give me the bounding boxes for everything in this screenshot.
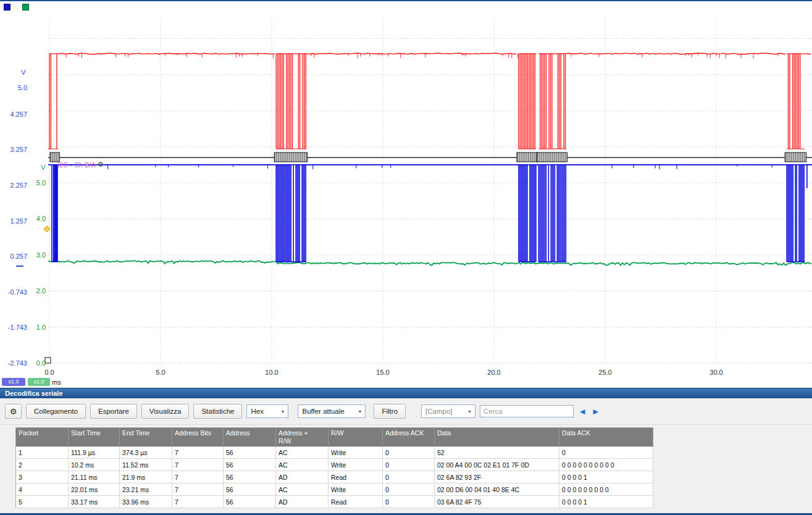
column-header[interactable]: R/W (329, 428, 383, 446)
buffer-dropdown[interactable]: Buffer attuale ▼ (298, 404, 366, 418)
column-header[interactable]: Start Time (69, 428, 120, 446)
table-cell: 21.11 ms (69, 471, 120, 484)
next-result-button[interactable]: ▶ (592, 408, 600, 416)
channel-a-indicator[interactable] (4, 4, 10, 10)
table-cell: AC (276, 459, 329, 471)
table-cell: AC (276, 484, 329, 496)
svg-text:4.0: 4.0 (36, 215, 46, 222)
svg-text:-0.743: -0.743 (8, 288, 27, 296)
table-row[interactable]: 321.11 ms21.9 ms756ADRead002 6A 82 93 2F… (16, 471, 653, 484)
statistics-button[interactable]: Statistiche (193, 404, 242, 419)
table-cell: 111.9 µs (69, 446, 120, 459)
svg-text:2.0: 2.0 (36, 287, 46, 295)
table-cell: 0 (383, 446, 435, 459)
decode-table-area: PacketStart TimeEnd TimeAddress BitsAddr… (0, 425, 812, 508)
decoded-packet-block[interactable] (517, 153, 538, 162)
grid (48, 19, 812, 363)
svg-text:-2.743: -2.743 (8, 359, 27, 367)
table-cell: 0 (383, 496, 435, 508)
table-cell: 1 (16, 446, 69, 459)
svg-text:20.0: 20.0 (487, 369, 500, 376)
zoom-badge-blue[interactable]: x1.0 (2, 378, 25, 386)
svg-text:5.0: 5.0 (156, 369, 165, 376)
column-header[interactable]: Address (224, 428, 276, 446)
decoded-packet-block[interactable] (785, 153, 806, 162)
decode-trace-label[interactable]: I2C - Ch B/A ⚙ (57, 161, 104, 169)
table-row[interactable]: 210.2 ms11.52 ms756ACWrite002 00 A4 00 0… (16, 459, 653, 471)
table-cell: 0 (383, 459, 435, 471)
serial-decode-panel: Decodifica seriale ⚙ Collegamento Esport… (0, 388, 812, 515)
svg-text:25.0: 25.0 (598, 369, 611, 376)
channel-b-indicator[interactable] (22, 4, 29, 10)
prev-result-button[interactable]: ◀ (578, 408, 587, 416)
column-header[interactable]: Data (435, 428, 559, 446)
packet-table[interactable]: PacketStart TimeEnd TimeAddress BitsAddr… (15, 427, 653, 508)
zoom-badge-green[interactable]: x1.0 (28, 378, 50, 386)
table-cell: Read (329, 471, 383, 484)
field-dropdown-value: [Campo] (425, 408, 452, 415)
table-row[interactable]: 422.01 ms23.21 ms756ACWrite002 00 D6 00 … (16, 484, 653, 496)
origin-handle[interactable] (45, 358, 51, 363)
table-cell: AD (276, 496, 329, 508)
svg-text:V: V (21, 69, 26, 76)
decode-trace-label-text: I2C - Ch B/A (57, 161, 96, 169)
panel-titlebar[interactable]: Decodifica seriale (0, 388, 812, 398)
table-cell: 7 (172, 471, 224, 484)
export-button[interactable]: Esportare (90, 404, 137, 419)
table-cell: 0 (383, 471, 435, 484)
svg-text:30.0: 30.0 (709, 369, 722, 376)
field-dropdown[interactable]: [Campo] ▼ (421, 404, 475, 418)
table-cell: 33.17 ms (69, 496, 120, 508)
column-header[interactable]: Packet (16, 428, 69, 446)
table-cell: 0 0 0 0 0 0 0 0 0 0 (559, 459, 653, 471)
chevron-down-icon: ▼ (358, 409, 362, 414)
decoded-packet-block[interactable] (274, 153, 308, 162)
column-header[interactable]: Address ACK (383, 428, 435, 446)
decode-settings-icon[interactable]: ⚙ (98, 161, 104, 169)
table-cell: 0 0 0 0 1 (559, 496, 653, 508)
table-cell: 0 (559, 446, 653, 459)
svg-text:5.0: 5.0 (36, 179, 46, 186)
table-cell: 02 00 D6 00 04 01 40 8E 4C (435, 484, 559, 496)
column-header[interactable]: End Time (120, 428, 172, 446)
svg-text:1.257: 1.257 (10, 217, 27, 225)
table-cell: 5 (16, 496, 69, 508)
chevron-down-icon: ▼ (467, 409, 472, 414)
link-button[interactable]: Collegamento (26, 404, 86, 419)
svg-text:0.257: 0.257 (10, 253, 27, 260)
table-cell: 56 (224, 459, 276, 471)
column-header[interactable]: Address Bits (172, 428, 224, 446)
table-cell: 374.3 µs (120, 446, 172, 459)
table-row[interactable]: 1111.9 µs374.3 µs756ACWrite0520 (16, 446, 653, 459)
settings-button[interactable]: ⚙ (5, 404, 22, 419)
table-cell: 7 (172, 484, 224, 496)
table-cell: 0 0 0 0 1 (559, 471, 653, 484)
channel-b-trace (48, 165, 812, 262)
svg-text:ms: ms (52, 379, 61, 386)
panel-title: Decodifica seriale (5, 390, 63, 397)
svg-text:1.0: 1.0 (36, 324, 46, 331)
svg-text:15.0: 15.0 (376, 369, 389, 376)
decoded-packet-block[interactable] (537, 153, 567, 162)
filter-button[interactable]: Filtro (374, 404, 406, 419)
table-cell: 02 00 A4 00 0C 02 E1 01 7F 0D (435, 459, 559, 471)
column-header[interactable]: Data ACK (559, 428, 653, 446)
table-cell: 33.96 ms (120, 496, 172, 508)
column-header[interactable]: Address + R/W (276, 428, 329, 446)
axis-labels: V5.04.2573.2572.2571.2570.257-0.743-1.74… (8, 69, 723, 386)
table-cell: 23.21 ms (120, 484, 172, 496)
table-row[interactable]: 533.17 ms33.96 ms756ADRead003 6A 82 4F 7… (16, 496, 653, 508)
svg-text:2.257: 2.257 (10, 182, 27, 189)
chevron-down-icon: ▼ (281, 409, 285, 414)
table-cell: 0 (383, 484, 435, 496)
table-cell: 7 (172, 496, 224, 508)
trigger-marker[interactable] (44, 226, 50, 232)
format-dropdown[interactable]: Hex ▼ (246, 404, 288, 418)
window-top-edge (0, 0, 812, 1)
table-cell: 0 0 0 0 0 0 0 0 0 (559, 484, 653, 496)
table-cell: 7 (172, 459, 224, 471)
table-cell: AC (276, 446, 329, 459)
search-input[interactable] (480, 405, 574, 417)
waveform-plot[interactable]: V5.04.2573.2572.2571.2570.257-0.743-1.74… (0, 0, 812, 388)
view-button[interactable]: Visualizza (141, 404, 190, 419)
